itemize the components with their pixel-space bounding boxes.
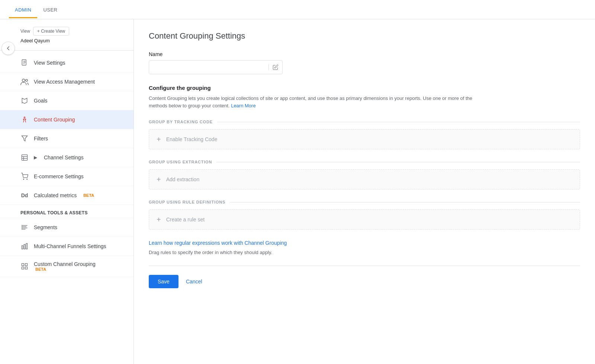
- channel-chevron-icon: ▶: [34, 155, 37, 160]
- sidebar-label-ecommerce: E-commerce Settings: [34, 173, 84, 179]
- view-label: View + Create View: [20, 27, 126, 36]
- drag-hint-text: Drag rules to specify the order in which…: [149, 250, 580, 255]
- top-navigation: ADMIN USER: [0, 0, 595, 19]
- tracking-code-add-text: Enable Tracking Code: [166, 136, 218, 142]
- configure-desc: Content Grouping lets you create logical…: [149, 95, 483, 109]
- svg-rect-21: [22, 267, 24, 269]
- plus-icon-rules: +: [157, 216, 161, 223]
- person-run-icon: [20, 116, 29, 124]
- personal-tools-header: PERSONAL TOOLS & ASSETS: [0, 205, 134, 218]
- sidebar: View + Create View Adeel Qayum View Sett…: [0, 19, 134, 364]
- tab-user[interactable]: USER: [37, 1, 63, 18]
- configure-title: Configure the grouping: [149, 85, 580, 91]
- svg-point-9: [23, 179, 24, 180]
- create-view-button[interactable]: + Create View: [33, 27, 70, 36]
- content-area: Content Grouping Settings Name Configure…: [134, 19, 595, 364]
- sidebar-label-content-grouping: Content Grouping: [34, 117, 75, 123]
- learn-more-link[interactable]: Learn More: [231, 103, 255, 108]
- extraction-add-text: Add extraction: [166, 176, 200, 182]
- tracking-code-label: GROUP BY TRACKING CODE: [149, 120, 213, 124]
- extraction-label: GROUP USING EXTRACTION: [149, 160, 212, 164]
- sidebar-item-view-settings[interactable]: View Settings: [0, 53, 134, 72]
- view-name: Adeel Qayum: [20, 38, 126, 43]
- plus-icon-tracking: +: [157, 136, 161, 143]
- svg-rect-15: [22, 225, 23, 230]
- extraction-section-header: GROUP USING EXTRACTION: [149, 160, 580, 164]
- svg-point-1: [22, 79, 25, 82]
- sidebar-label-view-access: View Access Management: [34, 79, 95, 85]
- svg-point-2: [26, 79, 28, 81]
- sidebar-label-calculated-metrics: Calculated metrics: [34, 192, 77, 198]
- rule-set-add-text: Create a rule set: [166, 217, 205, 222]
- sidebar-label-filters: Filters: [34, 136, 48, 142]
- sidebar-item-goals[interactable]: Goals: [0, 91, 134, 110]
- name-field-label: Name: [149, 51, 580, 57]
- sidebar-divider: [0, 50, 134, 51]
- rule-definitions-section-header: GROUP USING RULE DEFINITIONS: [149, 200, 580, 204]
- tracking-code-section-header: GROUP BY TRACKING CODE: [149, 120, 580, 124]
- name-input-wrapper: [149, 60, 283, 74]
- sidebar-label-segments: Segments: [34, 224, 57, 230]
- back-button[interactable]: [1, 42, 15, 55]
- bar-chart-icon: [20, 242, 29, 250]
- svg-rect-20: [25, 264, 28, 266]
- sidebar-item-custom-channel[interactable]: Custom Channel Grouping BETA: [0, 256, 134, 277]
- svg-point-10: [27, 179, 28, 180]
- enable-tracking-code-box[interactable]: + Enable Tracking Code: [149, 129, 580, 149]
- sidebar-label-multichannel: Multi-Channel Funnels Settings: [34, 243, 106, 249]
- svg-rect-18: [26, 244, 27, 249]
- page-title: Content Grouping Settings: [149, 31, 580, 41]
- sidebar-item-view-access[interactable]: View Access Management: [0, 72, 134, 91]
- people-icon: [20, 78, 29, 86]
- sidebar-item-channel-settings[interactable]: ▶ Channel Settings: [0, 148, 134, 167]
- svg-point-3: [24, 117, 25, 118]
- add-extraction-box[interactable]: + Add extraction: [149, 169, 580, 189]
- svg-rect-22: [25, 267, 28, 269]
- name-input[interactable]: [149, 61, 268, 74]
- create-rule-set-box[interactable]: + Create a rule set: [149, 209, 580, 230]
- svg-rect-17: [24, 244, 25, 249]
- cancel-button[interactable]: Cancel: [186, 279, 202, 285]
- svg-rect-5: [22, 155, 28, 160]
- sidebar-label-view-settings: View Settings: [34, 60, 65, 66]
- custom-channel-beta-badge: BETA: [35, 267, 96, 272]
- svg-marker-4: [22, 136, 28, 141]
- list-icon: [20, 223, 29, 231]
- flag-icon: [20, 97, 29, 105]
- dd-icon: Dd: [20, 191, 29, 199]
- edit-icon: [268, 64, 282, 70]
- learn-regex-link[interactable]: Learn how regular expressions work with …: [149, 240, 580, 246]
- grid-icon: [20, 262, 29, 270]
- sidebar-item-multichannel[interactable]: Multi-Channel Funnels Settings: [0, 237, 134, 256]
- main-layout: View + Create View Adeel Qayum View Sett…: [0, 19, 595, 364]
- cart-icon: [20, 172, 29, 181]
- view-text: View: [20, 29, 30, 34]
- save-button[interactable]: Save: [149, 275, 178, 288]
- sidebar-header: View + Create View Adeel Qayum: [0, 19, 134, 47]
- sidebar-label-custom-channel: Custom Channel Grouping: [34, 261, 96, 267]
- rule-definitions-label: GROUP USING RULE DEFINITIONS: [149, 200, 225, 204]
- sidebar-item-content-grouping[interactable]: Content Grouping: [0, 110, 134, 129]
- sidebar-label-goals: Goals: [34, 98, 48, 104]
- sidebar-item-calculated-metrics[interactable]: Dd Calculated metrics BETA: [0, 186, 134, 205]
- table-icon: [20, 153, 29, 162]
- svg-rect-16: [22, 246, 23, 249]
- calculated-metrics-beta-badge: BETA: [83, 193, 94, 198]
- sidebar-label-channel-settings: Channel Settings: [44, 155, 84, 160]
- sidebar-item-filters[interactable]: Filters: [0, 129, 134, 148]
- action-buttons: Save Cancel: [149, 275, 580, 288]
- svg-rect-19: [22, 264, 24, 266]
- filter-icon: [20, 134, 29, 143]
- sidebar-item-segments[interactable]: Segments: [0, 218, 134, 237]
- content-divider: [149, 266, 580, 266]
- document-icon: [20, 59, 29, 67]
- tab-admin[interactable]: ADMIN: [9, 1, 37, 18]
- sidebar-item-ecommerce[interactable]: E-commerce Settings: [0, 167, 134, 186]
- plus-icon-extraction: +: [157, 176, 161, 183]
